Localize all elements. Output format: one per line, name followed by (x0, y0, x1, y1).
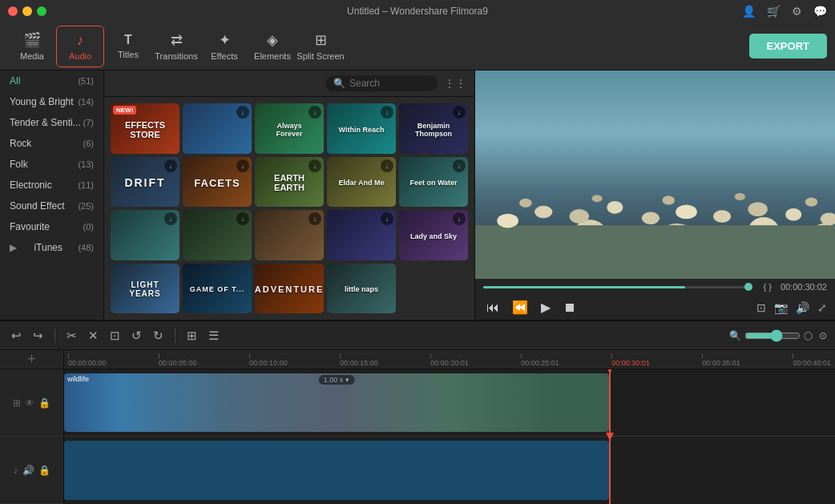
audio-card-benja-lullaby[interactable]: ↓ BenjaminThompson Benja...Lullaby (399, 103, 468, 154)
audio-card-garret-nfinite[interactable]: ↓ Garret...nfinite (183, 210, 252, 260)
card-thumbnail-benja-lullaby: ↓ BenjaminThompson (399, 103, 468, 154)
audio-card-drift-drift[interactable]: ↓ DRIFT Drift – Drift (111, 157, 180, 208)
fit-to-window-icon[interactable]: ⊙ (819, 330, 827, 341)
svg-point-9 (785, 208, 801, 221)
audio-card-drift-turn[interactable]: ↓ FACETS Drift –...s Turn (183, 157, 252, 208)
undo-button[interactable]: ↩ (8, 327, 25, 345)
sidebar-item-folk[interactable]: Folk (13) (0, 154, 103, 175)
crop-tool[interactable]: ⊡ (107, 327, 123, 345)
audio-clip[interactable] (64, 441, 609, 500)
sidebar-item-all[interactable]: All (51) (0, 71, 103, 91)
card-thumbnail-eldar-and-me: ↓ Eldar And Me (327, 157, 396, 208)
audio-card-adventure[interactable]: ADVENTURE Adventure (255, 264, 324, 314)
nav-item-titles[interactable]: T Titles (104, 26, 152, 67)
sidebar-item-electronic[interactable]: Electronic (11) (0, 175, 103, 196)
audio-card-lady-sky[interactable]: ↓ Lady and Sky Lady...nd Sky (399, 210, 468, 260)
card-thumbnail-gole-slaves: ↓ (327, 210, 396, 260)
chat-icon[interactable]: 💬 (813, 5, 827, 18)
zoom-in-icon[interactable]: 🔍 (729, 330, 741, 341)
nav-item-media[interactable]: 🎬 Media (8, 26, 56, 67)
search-box[interactable]: 🔍 (325, 75, 438, 91)
sidebar-item-tender[interactable]: Tender & Senti... (7) (0, 112, 103, 133)
audio-card-light-years[interactable]: LIGHT YEARS Light Years (111, 264, 180, 314)
overlay-tool[interactable]: ⊞ (184, 327, 200, 345)
svg-point-4 (607, 201, 623, 214)
close-button[interactable] (8, 6, 18, 16)
playhead[interactable] (609, 369, 611, 436)
grid-view-icon[interactable]: ⋮⋮ (444, 77, 466, 90)
media-icon: 🎬 (23, 31, 41, 49)
sidebar-label-sound-effect: Sound Effect (10, 200, 65, 212)
svg-rect-0 (475, 225, 835, 279)
timeline-tracks-right: wildlife 1.00 x ▾ (64, 369, 835, 504)
menu-tool[interactable]: ☰ (205, 327, 222, 345)
timeline-body: ⊞ 👁 🔒 ♪ 🔊 🔒 wildlife 1.00 x ▾ (0, 369, 835, 504)
audio-eye-icon[interactable]: 🔊 (22, 465, 34, 476)
audio-card-game-of[interactable]: GAME OF T... Game of... (183, 264, 252, 314)
play-button[interactable]: ▶ (538, 298, 554, 317)
timeline-ruler: 00:00:00:00 00:00:05:00 00:00:10:00 00:0… (64, 350, 835, 369)
step-back-button[interactable]: ⏪ (509, 298, 531, 317)
audio-card-alway-reach[interactable]: ↓ Within Reach Alway...Reach (327, 103, 396, 154)
delete-tool[interactable]: ✕ (85, 327, 102, 345)
snapshot-icon[interactable]: 📷 (774, 301, 788, 314)
svg-point-5 (642, 212, 660, 224)
redo-button[interactable]: ↪ (30, 327, 46, 345)
sidebar-item-favourite[interactable]: Favourite (0) (0, 216, 103, 237)
zoom-out-icon[interactable]: ◯ (804, 331, 813, 340)
add-track-button[interactable]: + (27, 351, 36, 368)
card-thumbnail-little-naps: little naps (327, 264, 396, 314)
screen-size-icon[interactable]: ⊡ (756, 301, 766, 314)
sidebar-item-sound-effect[interactable]: Sound Effect (25) (0, 196, 103, 216)
nav-item-elements[interactable]: ◈ Elements (248, 26, 296, 67)
cart-icon[interactable]: 🛒 (767, 5, 781, 18)
sidebar-item-itunes[interactable]: ▶ iTunes (48) (0, 237, 103, 258)
content-header: 🔍 ⋮⋮ (104, 71, 474, 97)
audio-track-controls: ♪ 🔊 🔒 (0, 437, 63, 504)
nav-item-transitions[interactable]: ⇄ Transitions (152, 26, 200, 67)
audio-lock-icon[interactable]: 🔒 (38, 465, 50, 476)
nav-item-audio[interactable]: ♪ Audio (56, 26, 104, 67)
nav-label-effects: Effects (211, 51, 237, 61)
rotate-ccw-tool[interactable]: ↺ (128, 327, 145, 345)
volume-icon[interactable]: 🔊 (796, 301, 809, 314)
svg-point-7 (713, 210, 731, 223)
audio-card-a-gr-verve[interactable]: ↓ A-GR... Verve (183, 103, 252, 154)
nav-label-elements: Elements (254, 51, 291, 61)
minimize-button[interactable] (22, 6, 32, 16)
preview-panel: { } 00:00:30:02 ⏮ ⏪ ▶ ⏹ ⊡ 📷 🔊 ⤢ (474, 71, 835, 320)
audio-card-feet-moment[interactable]: ↓ Feet on Water Feet...Moment (399, 157, 468, 208)
user-icon[interactable]: 👤 (742, 5, 756, 18)
audio-card-eldar-and-me[interactable]: ↓ Eldar And Me Eldar...And Me (327, 157, 396, 208)
grid-track-icon[interactable]: ⊞ (13, 397, 21, 409)
nav-item-effects[interactable]: ✦ Effects (200, 26, 248, 67)
audio-card-gole-slaves[interactable]: ↓ GOLE...Slaves (327, 210, 396, 260)
maximize-button[interactable] (37, 6, 46, 16)
eye-icon[interactable]: 👁 (25, 397, 34, 409)
sidebar-item-young-bright[interactable]: Young & Bright (14) (0, 91, 103, 112)
lock-icon[interactable]: 🔒 (38, 397, 50, 409)
fullscreen-icon[interactable]: ⤢ (817, 301, 827, 314)
search-input[interactable] (349, 78, 430, 89)
audio-card-earth-mories[interactable]: ↓ EARTHEARTH Earth...mories (255, 157, 324, 208)
audio-card-more-effects[interactable]: NEW! EFFECTSSTORE More Effects (111, 103, 180, 154)
nav-item-splitscreen[interactable]: ⊞ Split Screen (296, 26, 345, 67)
export-button[interactable]: EXPORT (749, 34, 827, 58)
audio-card-feet-down[interactable]: ↓ Feet o...Down (111, 210, 180, 260)
zoom-slider[interactable] (744, 329, 801, 342)
stop-button[interactable]: ⏹ (560, 299, 579, 317)
video-clip[interactable]: wildlife 1.00 x ▾ (64, 373, 609, 432)
cut-tool[interactable]: ✂ (63, 327, 80, 345)
settings-icon[interactable]: ⚙ (792, 5, 802, 18)
audio-card-little-naps[interactable]: little naps Little Naps (327, 264, 396, 314)
ruler-mark-6: 00:00:30:01 (611, 353, 650, 367)
svg-point-12 (591, 195, 602, 202)
sidebar-item-rock[interactable]: Rock (6) (0, 133, 103, 154)
rotate-cw-tool[interactable]: ↻ (150, 327, 167, 345)
music-track-icon[interactable]: ♪ (14, 465, 18, 476)
skip-back-button[interactable]: ⏮ (483, 299, 502, 317)
audio-card-alway-orever[interactable]: ↓ AlwaysForever Alway...orever (255, 103, 324, 154)
progress-bar[interactable] (483, 286, 752, 288)
main-area: All (51) Young & Bright (14) Tender & Se… (0, 71, 835, 320)
audio-card-garret-dust[interactable]: ↓ Garret...r Dust (255, 210, 324, 260)
